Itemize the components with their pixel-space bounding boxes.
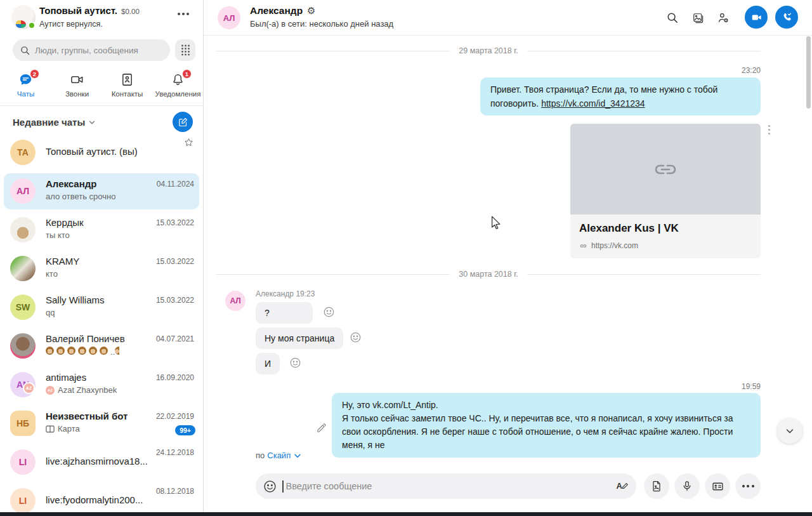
card-icon <box>46 425 55 433</box>
contacts-icon <box>120 72 134 88</box>
chat-row-valeriy-ponichev[interactable]: Валерий Поничев .. 04.07.2021 <box>0 327 203 366</box>
chat-preview: AZAzat Zhaxynbek <box>46 385 117 395</box>
tab-contacts[interactable]: Контакты <box>102 71 153 104</box>
message-text: И <box>265 359 271 369</box>
scroll-to-bottom-button[interactable] <box>777 418 802 444</box>
message-options-button[interactable] <box>768 125 770 135</box>
link-preview-title: Alexander Kus | VK <box>579 222 752 235</box>
mouse-cursor <box>490 216 502 230</box>
peer-avatar[interactable]: АЛ <box>218 6 240 29</box>
link-preview-url: https://vk.com <box>591 241 638 250</box>
sender-name-time: Александр 19:23 <box>256 289 315 298</box>
profile-status-message: Аутист вернулся. <box>39 20 103 29</box>
recent-chats-label: Недавние чаты <box>13 117 85 128</box>
chat-name: Неизвестный бот <box>46 411 128 421</box>
add-people-button[interactable] <box>716 11 730 25</box>
chat-row-neizvestnyi-bot[interactable]: НБ Неизвестный бот Карта 22.02.2019 99+ <box>0 404 203 443</box>
add-reaction-button[interactable] <box>348 330 362 344</box>
gallery-button[interactable] <box>691 11 705 25</box>
sender-mini-avatar: AZ <box>46 386 55 395</box>
text-caret <box>282 480 284 493</box>
new-chat-button[interactable] <box>173 112 193 132</box>
add-reaction-button[interactable] <box>322 305 336 319</box>
profile-name-text: Топовый аутист. <box>39 5 117 16</box>
avatar: ТА <box>10 140 36 165</box>
chat-date: 16.09.2020 <box>156 373 194 382</box>
chat-date: 15.03.2022 <box>156 257 194 266</box>
nav-tabs: 2 Чаты Звонки Контакты 1 <box>0 71 204 104</box>
chat-row-live-fyodormalytin[interactable]: LI live:fyodormalytin200... 08.12.2018 <box>0 482 203 516</box>
chat-row-antimajes[interactable]: AN AZ antimajes AZAzat Zhaxynbek 16.09.2… <box>0 366 203 404</box>
chat-date: 08.12.2018 <box>156 487 194 496</box>
message-link[interactable]: https://vk.com/id_3421234 <box>541 97 645 110</box>
chat-row-live-ajzhansmirnova[interactable]: LI live:ajzhansmirnova18... 24.12.2018 <box>0 443 203 482</box>
chat-row-kramy[interactable]: KRAMY кто 15.03.2022 <box>0 249 203 288</box>
chat-row-aleksandr[interactable]: АЛ Александр ало ответь срочно 04.11.202… <box>0 172 203 211</box>
avatar: LI <box>10 449 36 475</box>
chat-preview: ты кто <box>46 230 70 240</box>
dialpad-button[interactable] <box>175 39 195 61</box>
avatar-photo <box>10 333 36 359</box>
via-service-selector[interactable]: по Скайп <box>256 451 302 460</box>
chat-date: 15.03.2022 <box>156 296 194 305</box>
tab-chats[interactable]: 2 Чаты <box>0 71 51 104</box>
peer-name: Александр <box>250 5 303 17</box>
date-divider-text: 30 марта 2018 г. <box>459 270 518 279</box>
avatar: LI <box>10 488 36 513</box>
message-text: ? <box>265 308 270 318</box>
avatar-photo <box>10 217 36 242</box>
gear-icon[interactable]: ⚙ <box>307 5 315 17</box>
profile-name[interactable]: Топовый аутист.$0.00 <box>39 5 140 16</box>
scrollbar-thumb[interactable] <box>806 36 811 109</box>
group-sub-avatar: AZ <box>23 382 35 394</box>
date-divider: 29 марта 2018 г. <box>216 46 761 55</box>
chats-icon: 2 <box>18 72 33 88</box>
chat-row-sally-williams[interactable]: SW Sally Williams qq 15.03.2022 <box>0 288 203 327</box>
incoming-message: ? <box>256 302 313 324</box>
search-bar[interactable] <box>13 39 170 61</box>
sender-avatar: АЛ <box>225 291 246 311</box>
tab-calls[interactable]: Звонки <box>51 71 103 104</box>
chat-row-kerrdyk[interactable]: Керрдык ты кто 15.03.2022 <box>0 211 203 249</box>
link-preview-card[interactable]: Alexander Kus | VK https://vk.com <box>570 124 761 258</box>
text-format-button[interactable]: A <box>617 482 629 490</box>
avatar-art <box>16 20 26 28</box>
message-input-bar: A <box>256 473 636 499</box>
more-options-button[interactable] <box>178 13 189 15</box>
unread-count-badge: 99+ <box>175 425 195 435</box>
link-preview-url-row: https://vk.com <box>579 241 752 250</box>
incoming-message: И <box>256 353 280 374</box>
add-reaction-button[interactable] <box>288 355 302 369</box>
chat-name: KRAMY <box>46 256 79 267</box>
chat-row-topovyi-autist[interactable]: ТА Топовый аутист. (вы) <box>0 133 203 172</box>
message-input[interactable] <box>286 481 611 491</box>
link-preview-body: Alexander Kus | VK https://vk.com <box>570 215 761 255</box>
skype-app: Топовый аутист.$0.00 Аутист вернулся. 2 … <box>0 0 812 516</box>
contact-card-button[interactable] <box>705 473 730 499</box>
peer-name-row[interactable]: Александр ⚙ <box>250 5 316 17</box>
edit-pencil-icon[interactable] <box>316 423 327 433</box>
recent-chats-dropdown[interactable]: Недавние чаты <box>13 117 96 128</box>
tab-calls-label: Звонки <box>65 90 89 98</box>
chat-name: Александр <box>46 178 96 189</box>
search-input[interactable] <box>35 46 162 55</box>
chat-preview: Карта <box>46 424 80 433</box>
chat-preview: qq <box>46 308 55 317</box>
more-actions-button[interactable] <box>735 473 761 499</box>
video-call-button[interactable] <box>745 6 768 29</box>
tab-notifications[interactable]: 1 Уведомления <box>152 71 204 104</box>
message-text: Ну моя страница <box>265 333 334 343</box>
emoji-button[interactable] <box>263 480 277 493</box>
link-preview-image <box>570 124 761 215</box>
message-timestamp: 19:59 <box>742 382 761 391</box>
star-icon[interactable] <box>183 137 194 148</box>
sidebar: Топовый аутист.$0.00 Аутист вернулся. 2 … <box>0 0 204 516</box>
notifications-icon: 1 <box>171 72 185 88</box>
search-conversation-button[interactable] <box>665 11 679 25</box>
attach-file-button[interactable] <box>644 473 669 499</box>
voice-message-button[interactable] <box>674 473 700 499</box>
ellipsis-icon <box>742 485 754 487</box>
audio-call-button[interactable] <box>775 6 798 29</box>
via-prefix: по <box>256 451 265 460</box>
chat-preview: кто <box>46 269 58 279</box>
